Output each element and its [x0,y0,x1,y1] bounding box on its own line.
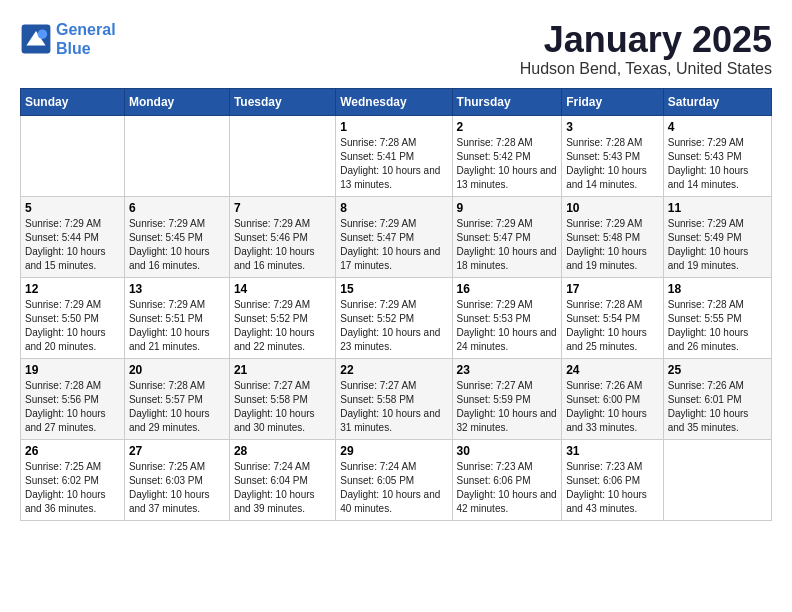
day-info: Sunrise: 7:29 AMSunset: 5:49 PMDaylight:… [668,217,767,273]
day-info: Sunrise: 7:28 AMSunset: 5:57 PMDaylight:… [129,379,225,435]
day-number: 25 [668,363,767,377]
day-info: Sunrise: 7:29 AMSunset: 5:43 PMDaylight:… [668,136,767,192]
day-number: 28 [234,444,331,458]
day-info: Sunrise: 7:27 AMSunset: 5:58 PMDaylight:… [234,379,331,435]
day-number: 30 [457,444,558,458]
day-cell: 6 Sunrise: 7:29 AMSunset: 5:45 PMDayligh… [124,196,229,277]
day-info: Sunrise: 7:29 AMSunset: 5:44 PMDaylight:… [25,217,120,273]
day-cell: 30 Sunrise: 7:23 AMSunset: 6:06 PMDaylig… [452,439,562,520]
day-number: 27 [129,444,225,458]
day-cell: 8 Sunrise: 7:29 AMSunset: 5:47 PMDayligh… [336,196,452,277]
day-number: 16 [457,282,558,296]
logo-text: General Blue [56,20,116,58]
day-info: Sunrise: 7:24 AMSunset: 6:04 PMDaylight:… [234,460,331,516]
page: General Blue January 2025 Hudson Bend, T… [0,0,792,531]
day-cell: 11 Sunrise: 7:29 AMSunset: 5:49 PMDaylig… [663,196,771,277]
day-number: 15 [340,282,447,296]
day-cell: 25 Sunrise: 7:26 AMSunset: 6:01 PMDaylig… [663,358,771,439]
logo: General Blue [20,20,116,58]
day-info: Sunrise: 7:27 AMSunset: 5:58 PMDaylight:… [340,379,447,435]
day-info: Sunrise: 7:28 AMSunset: 5:56 PMDaylight:… [25,379,120,435]
header-row: SundayMondayTuesdayWednesdayThursdayFrid… [21,88,772,115]
day-cell: 9 Sunrise: 7:29 AMSunset: 5:47 PMDayligh… [452,196,562,277]
day-number: 2 [457,120,558,134]
day-cell: 2 Sunrise: 7:28 AMSunset: 5:42 PMDayligh… [452,115,562,196]
day-info: Sunrise: 7:29 AMSunset: 5:53 PMDaylight:… [457,298,558,354]
day-cell: 24 Sunrise: 7:26 AMSunset: 6:00 PMDaylig… [562,358,664,439]
day-cell: 10 Sunrise: 7:29 AMSunset: 5:48 PMDaylig… [562,196,664,277]
day-cell [124,115,229,196]
day-cell: 29 Sunrise: 7:24 AMSunset: 6:05 PMDaylig… [336,439,452,520]
day-cell: 18 Sunrise: 7:28 AMSunset: 5:55 PMDaylig… [663,277,771,358]
week-row-2: 5 Sunrise: 7:29 AMSunset: 5:44 PMDayligh… [21,196,772,277]
day-info: Sunrise: 7:28 AMSunset: 5:54 PMDaylight:… [566,298,659,354]
day-number: 6 [129,201,225,215]
day-cell: 13 Sunrise: 7:29 AMSunset: 5:51 PMDaylig… [124,277,229,358]
calendar-body: 1 Sunrise: 7:28 AMSunset: 5:41 PMDayligh… [21,115,772,520]
svg-point-2 [38,30,48,40]
day-info: Sunrise: 7:27 AMSunset: 5:59 PMDaylight:… [457,379,558,435]
header-cell-wednesday: Wednesday [336,88,452,115]
day-number: 13 [129,282,225,296]
day-number: 1 [340,120,447,134]
day-cell: 14 Sunrise: 7:29 AMSunset: 5:52 PMDaylig… [229,277,335,358]
day-cell: 12 Sunrise: 7:29 AMSunset: 5:50 PMDaylig… [21,277,125,358]
calendar-table: SundayMondayTuesdayWednesdayThursdayFrid… [20,88,772,521]
day-number: 17 [566,282,659,296]
day-info: Sunrise: 7:29 AMSunset: 5:46 PMDaylight:… [234,217,331,273]
day-info: Sunrise: 7:23 AMSunset: 6:06 PMDaylight:… [566,460,659,516]
day-info: Sunrise: 7:29 AMSunset: 5:52 PMDaylight:… [234,298,331,354]
day-info: Sunrise: 7:28 AMSunset: 5:42 PMDaylight:… [457,136,558,192]
day-info: Sunrise: 7:29 AMSunset: 5:50 PMDaylight:… [25,298,120,354]
day-number: 5 [25,201,120,215]
day-cell [21,115,125,196]
day-info: Sunrise: 7:26 AMSunset: 6:00 PMDaylight:… [566,379,659,435]
day-cell: 5 Sunrise: 7:29 AMSunset: 5:44 PMDayligh… [21,196,125,277]
day-number: 14 [234,282,331,296]
day-number: 12 [25,282,120,296]
main-title: January 2025 [520,20,772,60]
day-cell: 15 Sunrise: 7:29 AMSunset: 5:52 PMDaylig… [336,277,452,358]
day-info: Sunrise: 7:28 AMSunset: 5:43 PMDaylight:… [566,136,659,192]
logo-line1: General [56,21,116,38]
day-cell: 3 Sunrise: 7:28 AMSunset: 5:43 PMDayligh… [562,115,664,196]
day-info: Sunrise: 7:25 AMSunset: 6:03 PMDaylight:… [129,460,225,516]
day-cell: 23 Sunrise: 7:27 AMSunset: 5:59 PMDaylig… [452,358,562,439]
day-cell: 21 Sunrise: 7:27 AMSunset: 5:58 PMDaylig… [229,358,335,439]
day-info: Sunrise: 7:29 AMSunset: 5:52 PMDaylight:… [340,298,447,354]
header-cell-friday: Friday [562,88,664,115]
header-cell-thursday: Thursday [452,88,562,115]
day-cell: 31 Sunrise: 7:23 AMSunset: 6:06 PMDaylig… [562,439,664,520]
day-number: 3 [566,120,659,134]
day-cell: 17 Sunrise: 7:28 AMSunset: 5:54 PMDaylig… [562,277,664,358]
day-number: 20 [129,363,225,377]
day-number: 21 [234,363,331,377]
day-cell [663,439,771,520]
day-cell: 28 Sunrise: 7:24 AMSunset: 6:04 PMDaylig… [229,439,335,520]
day-number: 26 [25,444,120,458]
day-info: Sunrise: 7:23 AMSunset: 6:06 PMDaylight:… [457,460,558,516]
header-cell-saturday: Saturday [663,88,771,115]
day-cell [229,115,335,196]
day-number: 22 [340,363,447,377]
logo-line2: Blue [56,40,91,57]
day-info: Sunrise: 7:26 AMSunset: 6:01 PMDaylight:… [668,379,767,435]
day-cell: 22 Sunrise: 7:27 AMSunset: 5:58 PMDaylig… [336,358,452,439]
day-number: 19 [25,363,120,377]
day-number: 18 [668,282,767,296]
day-cell: 27 Sunrise: 7:25 AMSunset: 6:03 PMDaylig… [124,439,229,520]
day-number: 10 [566,201,659,215]
logo-icon [20,23,52,55]
day-cell: 26 Sunrise: 7:25 AMSunset: 6:02 PMDaylig… [21,439,125,520]
week-row-1: 1 Sunrise: 7:28 AMSunset: 5:41 PMDayligh… [21,115,772,196]
day-number: 23 [457,363,558,377]
day-info: Sunrise: 7:29 AMSunset: 5:47 PMDaylight:… [340,217,447,273]
day-number: 11 [668,201,767,215]
header: General Blue January 2025 Hudson Bend, T… [20,20,772,78]
week-row-4: 19 Sunrise: 7:28 AMSunset: 5:56 PMDaylig… [21,358,772,439]
day-info: Sunrise: 7:28 AMSunset: 5:55 PMDaylight:… [668,298,767,354]
day-info: Sunrise: 7:24 AMSunset: 6:05 PMDaylight:… [340,460,447,516]
day-info: Sunrise: 7:29 AMSunset: 5:51 PMDaylight:… [129,298,225,354]
day-number: 8 [340,201,447,215]
week-row-3: 12 Sunrise: 7:29 AMSunset: 5:50 PMDaylig… [21,277,772,358]
